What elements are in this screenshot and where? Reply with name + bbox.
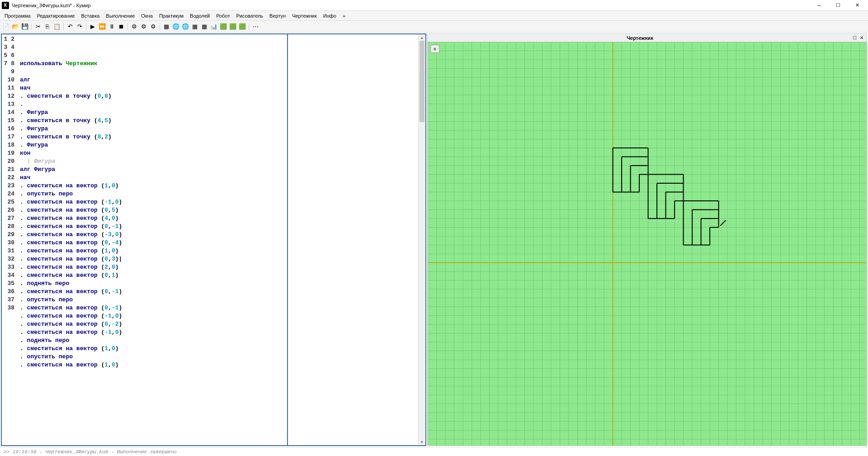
more-icon[interactable]: ⋯ bbox=[251, 23, 259, 31]
window-title: Чертежник_3Фигуры.kum* - Кумир bbox=[12, 3, 814, 8]
actor1-icon[interactable]: 🟩 bbox=[219, 23, 227, 31]
app-icon: К bbox=[2, 2, 9, 9]
menu-рисователь[interactable]: Рисователь bbox=[233, 12, 266, 19]
save-file-icon[interactable]: 💾 bbox=[21, 23, 29, 31]
scroll-down-icon[interactable]: ▼ bbox=[419, 439, 425, 445]
menu-водолей[interactable]: Водолей bbox=[187, 12, 212, 19]
undo-icon[interactable]: ↶ bbox=[66, 23, 74, 31]
menu-»[interactable]: » bbox=[340, 12, 348, 19]
drawing-canvas bbox=[428, 42, 867, 446]
new-file-icon[interactable]: 📄 bbox=[2, 23, 10, 31]
actor3-icon[interactable]: 🟩 bbox=[238, 23, 246, 31]
code-editor[interactable]: использовать Чертежник алгнач. сместитьс… bbox=[18, 34, 418, 445]
titlebar: К Чертежник_3Фигуры.kum* - Кумир ─ ☐ ✕ bbox=[0, 0, 868, 11]
canvas-panel: Чертежник ☐ ✕ ≡ bbox=[427, 33, 867, 446]
scroll-thumb[interactable] bbox=[420, 41, 425, 122]
copy-icon[interactable]: ⎘ bbox=[43, 23, 52, 31]
canvas-header: Чертежник ☐ ✕ bbox=[427, 33, 867, 42]
actor2-icon[interactable]: 🟩 bbox=[229, 23, 237, 31]
world3-icon[interactable]: 🌐 bbox=[181, 23, 189, 31]
menu-инфо[interactable]: Инфо bbox=[321, 12, 339, 19]
paste-icon[interactable]: 📋 bbox=[53, 23, 61, 31]
stop-icon[interactable]: ⏸ bbox=[108, 23, 116, 31]
debug-icon[interactable]: ⏹ bbox=[117, 23, 125, 31]
world2-icon[interactable]: 🌐 bbox=[172, 23, 180, 31]
world1-icon[interactable]: ▦ bbox=[162, 23, 170, 31]
editor-panel: 1 2 3 4 5 6 7 8 9 10 11 12 13 14 15 16 1… bbox=[1, 33, 426, 446]
tool3-icon[interactable]: ⚙ bbox=[149, 23, 157, 31]
margin-line bbox=[287, 34, 288, 445]
svg-line-140 bbox=[720, 220, 726, 226]
canvas-menu-icon[interactable]: ≡ bbox=[430, 45, 439, 53]
menu-редактирование[interactable]: Редактирование bbox=[34, 12, 78, 19]
grid1-icon[interactable]: ▦ bbox=[191, 23, 199, 31]
minimize-button[interactable]: ─ bbox=[814, 1, 825, 10]
toolbar: 📄 📂 💾 ✂ ⎘ 📋 ↶ ↷ ▶ ⏩ ⏸ ⏹ ⚙ ⚙ ⚙ ▦ 🌐 🌐 ▦ ▦ … bbox=[0, 21, 868, 33]
open-file-icon[interactable]: 📂 bbox=[11, 23, 19, 31]
menu-выполнение[interactable]: Выполнение bbox=[103, 12, 137, 19]
scroll-up-icon[interactable]: ▲ bbox=[419, 34, 425, 41]
vertical-scrollbar[interactable]: ▲ ▼ bbox=[418, 34, 425, 445]
menu-практикум[interactable]: Практикум bbox=[156, 12, 186, 19]
maximize-button[interactable]: ☐ bbox=[833, 1, 844, 10]
line-gutter: 1 2 3 4 5 6 7 8 9 10 11 12 13 14 15 16 1… bbox=[2, 34, 18, 445]
canvas-body[interactable]: ≡ bbox=[427, 42, 867, 446]
close-button[interactable]: ✕ bbox=[852, 1, 863, 10]
menu-вставка[interactable]: Вставка bbox=[78, 12, 102, 19]
run-icon[interactable]: ▶ bbox=[89, 23, 97, 31]
statusbar: >> 19:16:56 - Чертежник_3Фигуры.kum - Вы… bbox=[0, 447, 868, 456]
tool1-icon[interactable]: ⚙ bbox=[130, 23, 138, 31]
cut-icon[interactable]: ✂ bbox=[34, 23, 42, 31]
menubar: ПрограммаРедактированиеВставкаВыполнение… bbox=[0, 11, 868, 21]
menu-вертун[interactable]: Вертун bbox=[267, 12, 288, 19]
menu-чертежник[interactable]: Чертежник bbox=[289, 12, 320, 19]
tool2-icon[interactable]: ⚙ bbox=[140, 23, 148, 31]
step-icon[interactable]: ⏩ bbox=[98, 23, 106, 31]
grid2-icon[interactable]: ▦ bbox=[200, 23, 208, 31]
menu-окна[interactable]: Окна bbox=[138, 12, 156, 19]
canvas-close-icon[interactable]: ✕ bbox=[859, 35, 865, 41]
canvas-maximize-icon[interactable]: ☐ bbox=[851, 35, 858, 41]
chart-icon[interactable]: 📊 bbox=[210, 23, 218, 31]
menu-программа[interactable]: Программа bbox=[2, 12, 33, 19]
canvas-title: Чертежник bbox=[429, 35, 850, 41]
menu-робот[interactable]: Робот bbox=[213, 12, 232, 19]
redo-icon[interactable]: ↷ bbox=[75, 23, 84, 31]
